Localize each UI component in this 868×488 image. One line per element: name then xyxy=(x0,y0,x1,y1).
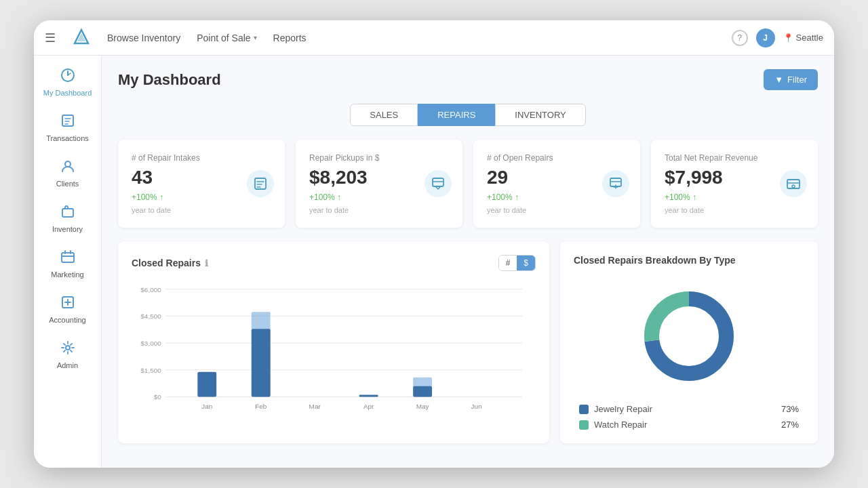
bar-chart-area: $6,000 $4,500 $3,000 $1,500 $0 xyxy=(132,282,536,418)
svg-rect-5 xyxy=(62,209,73,217)
tab-sales[interactable]: SALES xyxy=(350,104,418,126)
chart-title-breakdown: Closed Repairs Breakdown By Type xyxy=(574,255,736,266)
accounting-icon xyxy=(60,295,75,313)
sidebar-label-transactions: Transactions xyxy=(46,134,89,142)
chart-view-toggle: # $ xyxy=(498,255,536,271)
svg-text:$0: $0 xyxy=(154,394,162,401)
nav-point-of-sale[interactable]: Point of Sale ▾ xyxy=(197,33,256,43)
charts-row: Closed Repairs ℹ # $ xyxy=(118,241,818,443)
stat-label-repair-pickups: Repair Pickups in $ xyxy=(309,153,449,163)
svg-rect-24 xyxy=(197,372,216,397)
menu-icon[interactable]: ☰ xyxy=(45,30,56,45)
top-navigation: ☰ Browse Inventory Point of Sale ▾ Repor… xyxy=(34,20,834,56)
tab-repairs[interactable]: REPAIRS xyxy=(418,104,495,126)
stat-card-open-repairs: # of Open Repairs 29 +100% ↑ year to dat… xyxy=(473,140,640,228)
chevron-down-icon: ▾ xyxy=(254,34,257,41)
stat-label-repair-intakes: # of Repair Intakes xyxy=(132,153,271,163)
nav-links: Browse Inventory Point of Sale ▾ Reports xyxy=(107,33,715,43)
tab-inventory[interactable]: INVENTORY xyxy=(495,104,585,126)
location-pin-icon: 📍 xyxy=(783,33,793,43)
legend-dot-jewelry xyxy=(579,405,589,414)
arrow-up-icon: ↑ xyxy=(337,192,341,202)
stat-card-repair-intakes: # of Repair Intakes 43 +100% ↑ year to d… xyxy=(118,140,285,228)
legend-dot-watch xyxy=(579,420,589,430)
tab-bar: SALES REPAIRS INVENTORY xyxy=(118,104,818,126)
stat-period-net-revenue: year to date xyxy=(665,206,804,214)
breakdown-chart: Closed Repairs Breakdown By Type xyxy=(560,241,818,443)
legend-item-watch: Watch Repair 27% xyxy=(579,420,799,430)
toggle-dollar-button[interactable]: $ xyxy=(517,256,535,270)
sidebar-item-admin[interactable]: Admin xyxy=(37,333,98,376)
svg-text:Apr: Apr xyxy=(363,403,374,410)
sidebar: My Dashboard Transactions xyxy=(34,56,102,468)
inventory-icon xyxy=(60,204,75,222)
help-button[interactable]: ? xyxy=(732,30,748,46)
stat-icon-repair-pickups xyxy=(425,170,452,197)
legend-pct-jewelry: 73% xyxy=(781,404,799,414)
svg-text:$4,500: $4,500 xyxy=(140,312,161,320)
svg-rect-27 xyxy=(359,395,378,397)
sidebar-label-marketing: Marketing xyxy=(51,270,83,279)
stat-icon-net-revenue xyxy=(780,170,807,197)
svg-text:$6,000: $6,000 xyxy=(140,286,161,293)
stat-change-repair-intakes: +100% ↑ xyxy=(132,192,271,202)
svg-rect-26 xyxy=(252,329,271,396)
sidebar-item-accounting[interactable]: Accounting xyxy=(37,288,98,331)
sidebar-item-inventory[interactable]: Inventory xyxy=(37,197,98,240)
main-content: My Dashboard ▼ Filter SALES REPAIRS INVE… xyxy=(102,56,834,468)
closed-repairs-chart: Closed Repairs ℹ # $ xyxy=(118,241,549,443)
info-icon[interactable]: ℹ xyxy=(205,258,208,268)
filter-button[interactable]: ▼ Filter xyxy=(764,69,818,90)
chart-legend: Jewelry Repair 73% Watch Repair 27% xyxy=(574,404,804,430)
svg-text:$1,500: $1,500 xyxy=(140,367,161,374)
svg-text:Mar: Mar xyxy=(309,403,321,410)
arrow-up-icon: ↑ xyxy=(692,192,696,202)
donut-svg-wrap xyxy=(635,282,743,390)
bar-chart-svg: $6,000 $4,500 $3,000 $1,500 $0 xyxy=(132,282,536,418)
toggle-hash-button[interactable]: # xyxy=(499,256,517,270)
chart-header-closed-repairs: Closed Repairs ℹ # $ xyxy=(132,255,536,271)
stat-period-open-repairs: year to date xyxy=(487,206,627,214)
stat-change-repair-pickups: +100% ↑ xyxy=(309,192,449,202)
app-logo xyxy=(72,28,91,47)
nav-right: ? J 📍 Seattle xyxy=(732,28,823,47)
svg-text:$3,000: $3,000 xyxy=(140,340,161,347)
svg-point-4 xyxy=(65,161,71,167)
marketing-icon xyxy=(60,249,75,268)
dashboard-icon xyxy=(60,68,75,86)
nav-reports[interactable]: Reports xyxy=(273,33,307,43)
sidebar-label-admin: Admin xyxy=(57,361,78,369)
legend-item-jewelry: Jewelry Repair 73% xyxy=(579,404,799,414)
stat-change-open-repairs: +100% ↑ xyxy=(487,192,627,202)
transactions-icon xyxy=(60,113,75,131)
stat-label-net-revenue: Total Net Repair Revenue xyxy=(665,153,804,163)
user-avatar[interactable]: J xyxy=(756,28,775,47)
nav-browse-inventory[interactable]: Browse Inventory xyxy=(107,33,180,43)
stats-row: # of Repair Intakes 43 +100% ↑ year to d… xyxy=(118,140,818,228)
sidebar-item-marketing[interactable]: Marketing xyxy=(37,243,98,285)
svg-text:Jun: Jun xyxy=(471,403,482,410)
sidebar-item-transactions[interactable]: Transactions xyxy=(37,106,98,149)
donut-chart-svg xyxy=(635,282,743,390)
sidebar-item-my-dashboard[interactable]: My Dashboard xyxy=(37,61,98,104)
admin-icon xyxy=(60,340,75,359)
svg-text:Jan: Jan xyxy=(201,403,212,410)
legend-label-jewelry: Jewelry Repair xyxy=(594,404,781,414)
stat-card-net-revenue: Total Net Repair Revenue $7,998 +100% ↑ … xyxy=(651,140,818,228)
filter-icon: ▼ xyxy=(774,75,783,85)
svg-rect-10 xyxy=(433,178,443,186)
sidebar-label-clients: Clients xyxy=(56,180,79,188)
svg-rect-29 xyxy=(413,386,432,397)
sidebar-label-inventory: Inventory xyxy=(52,225,83,233)
svg-point-8 xyxy=(66,346,70,350)
svg-rect-12 xyxy=(787,180,800,188)
stat-icon-repair-intakes xyxy=(247,170,274,197)
chart-title-closed-repairs: Closed Repairs ℹ xyxy=(132,258,208,268)
main-layout: My Dashboard Transactions xyxy=(34,56,834,468)
stat-period-repair-pickups: year to date xyxy=(309,206,449,214)
location-selector[interactable]: 📍 Seattle xyxy=(783,33,823,43)
svg-point-13 xyxy=(792,185,795,188)
content-header: My Dashboard ▼ Filter xyxy=(118,69,818,90)
stat-icon-open-repairs xyxy=(602,170,629,197)
sidebar-item-clients[interactable]: Clients xyxy=(37,152,98,195)
